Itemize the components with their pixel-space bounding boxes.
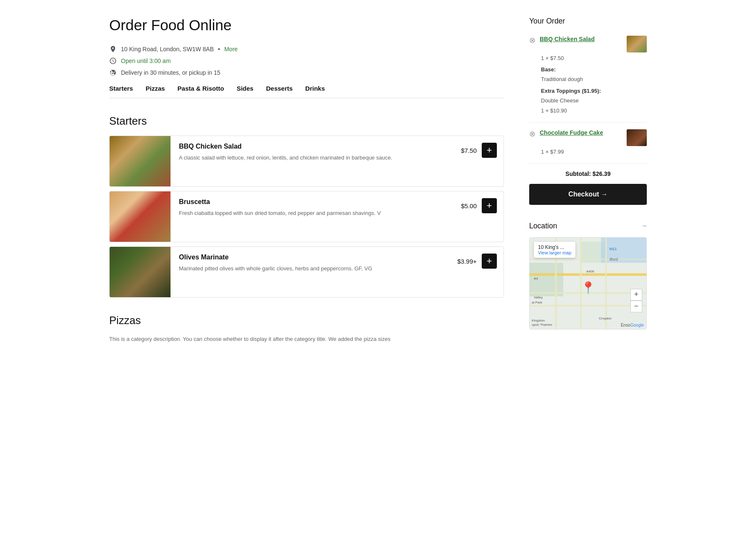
- order-item-bbq: ⊗ BBQ Chicken Salad 1 × $7.50 Base: Trad…: [529, 36, 647, 114]
- menu-item-bruscetta: Bruscetta Fresh ciabatta topped with sun…: [109, 191, 504, 242]
- location-header: Location −: [529, 222, 647, 230]
- menu-item-bruscetta-right: $5.00 +: [461, 198, 497, 213]
- location-collapse-button[interactable]: −: [642, 222, 647, 230]
- nav-desserts[interactable]: Desserts: [266, 85, 292, 93]
- svg-rect-10: [530, 259, 646, 260]
- order-choc-thumb-img: [627, 129, 647, 146]
- starters-title: Starters: [109, 115, 504, 127]
- order-choc-name[interactable]: Chocolate Fudge Cake: [540, 129, 622, 136]
- svg-text:Croydon: Croydon: [599, 317, 612, 320]
- menu-item-bbq-text: BBQ Chicken Salad A classic salad with l…: [179, 143, 454, 162]
- svg-text:A4: A4: [534, 277, 538, 280]
- menu-item-bbq-content: BBQ Chicken Salad A classic salad with l…: [171, 136, 504, 186]
- map-tooltip: 10 King's ... View larger map: [534, 242, 575, 258]
- map-zoom-out-button[interactable]: −: [630, 301, 642, 312]
- menu-item-bruscetta-name: Bruscetta: [179, 198, 454, 206]
- category-nav: Starters Pizzas Pasta & Risotto Sides De…: [109, 85, 504, 98]
- menu-item-olives-content: Olives Marinate Marinated pitted olives …: [171, 247, 504, 297]
- menu-item-olives-name: Olives Marinate: [179, 254, 451, 261]
- remove-choc-button[interactable]: ⊗: [529, 130, 536, 138]
- order-item-choc: ⊗ Chocolate Fudge Cake 1 × $7.99: [529, 129, 647, 155]
- order-choc-qty: 1 × $7.99: [541, 149, 647, 155]
- bruscetta-image-placeholder: [110, 191, 171, 242]
- remove-bbq-button[interactable]: ⊗: [529, 37, 536, 44]
- menu-item-olives-right: $3.99+ +: [457, 254, 497, 269]
- map-larger-link[interactable]: View larger map: [538, 250, 571, 255]
- address-row: 10 King Road, London, SW1W 8AB • More: [109, 45, 504, 53]
- order-divider-2: [529, 163, 647, 164]
- main-content: Order Food Online 10 King Road, London, …: [109, 17, 504, 344]
- order-bbq-extra-label: Extra Toppings ($1.95):: [541, 86, 647, 96]
- location-section: Location −: [529, 222, 647, 330]
- menu-item-olives-text: Olives Marinate Marinated pitted olives …: [179, 254, 451, 273]
- delivery-text: Delivery in 30 minutes, or pickup in 15: [121, 69, 220, 76]
- menu-item-bruscetta-price: $5.00: [461, 202, 477, 209]
- order-choc-thumb: [627, 129, 647, 146]
- nav-drinks[interactable]: Drinks: [305, 85, 325, 93]
- svg-text:upon Thames: upon Thames: [532, 323, 552, 327]
- menu-item-bbq-image: [110, 136, 171, 186]
- hours-row: Open until 3:00 am: [109, 57, 504, 65]
- order-title: Your Order: [529, 17, 647, 26]
- order-bbq-base-label: Base:: [541, 65, 647, 74]
- svg-rect-7: [605, 238, 607, 329]
- order-subtotal: Subtotal: $26.39: [529, 170, 647, 177]
- menu-item-olives: Olives Marinate Marinated pitted olives …: [109, 246, 504, 298]
- pizzas-section: Pizzas This is a category description. Y…: [109, 314, 504, 344]
- add-olives-button[interactable]: +: [482, 254, 497, 269]
- menu-item-bruscetta-image: [110, 191, 171, 242]
- add-bbq-chicken-salad-button[interactable]: +: [482, 143, 497, 158]
- map-container[interactable]: M11 Ilford A406 Valley al Park A4 Kingst…: [529, 237, 647, 330]
- add-bruscetta-button[interactable]: +: [482, 198, 497, 213]
- hours-text: Open until 3:00 am: [121, 58, 171, 64]
- menu-item-bbq-right: $7.50 +: [461, 143, 497, 158]
- nav-sides[interactable]: Sides: [236, 85, 253, 93]
- delivery-row: Delivery in 30 minutes, or pickup in 15: [109, 69, 504, 76]
- map-location-name: 10 King's ...: [538, 244, 564, 250]
- svg-text:M11: M11: [609, 247, 617, 251]
- nav-pasta[interactable]: Pasta & Risotto: [178, 85, 224, 93]
- map-zoom-in-button[interactable]: +: [630, 289, 642, 301]
- nav-pizzas[interactable]: Pizzas: [146, 85, 165, 93]
- order-item-bbq-header: ⊗ BBQ Chicken Salad: [529, 36, 647, 52]
- menu-item-olives-image: [110, 247, 171, 297]
- olives-image-placeholder: [110, 247, 171, 297]
- map-background: M11 Ilford A406 Valley al Park A4 Kingst…: [530, 238, 646, 329]
- order-bbq-extra-value: Double Cheese: [541, 96, 647, 105]
- order-sidebar: Your Order ⊗ BBQ Chicken Salad 1 × $7.50…: [529, 17, 647, 344]
- order-bbq-thumb: [627, 36, 647, 52]
- google-brand: Google: [630, 323, 644, 327]
- order-item-choc-header: ⊗ Chocolate Fudge Cake: [529, 129, 647, 146]
- svg-rect-9: [530, 305, 646, 306]
- order-bbq-name[interactable]: BBQ Chicken Salad: [540, 36, 622, 42]
- more-link[interactable]: More: [224, 46, 238, 52]
- order-divider-1: [529, 122, 647, 123]
- order-bbq-details: Base: Traditional dough Extra Toppings (…: [541, 65, 647, 106]
- svg-text:al Park: al Park: [532, 301, 543, 304]
- svg-text:Kingston: Kingston: [532, 319, 545, 322]
- google-text: Enso: [621, 323, 630, 327]
- svg-rect-4: [530, 273, 646, 276]
- location-title-text: Location: [529, 222, 557, 230]
- pizzas-title: Pizzas: [109, 314, 504, 327]
- menu-item-bbq-name: BBQ Chicken Salad: [179, 143, 454, 150]
- menu-item-bruscetta-content: Bruscetta Fresh ciabatta topped with sun…: [171, 191, 504, 242]
- address-dot: •: [218, 46, 220, 52]
- order-bbq-qty: 1 × $7.50: [541, 55, 647, 61]
- menu-item-bruscetta-text: Bruscetta Fresh ciabatta topped with sun…: [179, 198, 454, 217]
- order-bbq-base-value: Traditional dough: [541, 74, 647, 84]
- menu-item-olives-price: $3.99+: [457, 258, 477, 265]
- location-icon: [109, 45, 117, 53]
- menu-item-bbq-desc: A classic salad with lettuce, red onion,…: [179, 154, 454, 162]
- menu-item-olives-desc: Marinated pitted olives with whole garli…: [179, 264, 451, 273]
- order-bbq-subtotal: 1 × $10.90: [541, 107, 647, 114]
- svg-text:A406: A406: [586, 270, 594, 273]
- clock-icon: [109, 57, 117, 65]
- checkout-button[interactable]: Checkout →: [529, 184, 647, 205]
- bbq-image-placeholder: [110, 136, 171, 186]
- menu-item-bruscetta-desc: Fresh ciabatta topped with sun dried tom…: [179, 209, 454, 217]
- nav-starters[interactable]: Starters: [109, 85, 133, 93]
- menu-item-bbq-chicken-salad: BBQ Chicken Salad A classic salad with l…: [109, 136, 504, 187]
- map-pin: 📍: [581, 281, 596, 295]
- checkout-label: Checkout →: [568, 191, 607, 198]
